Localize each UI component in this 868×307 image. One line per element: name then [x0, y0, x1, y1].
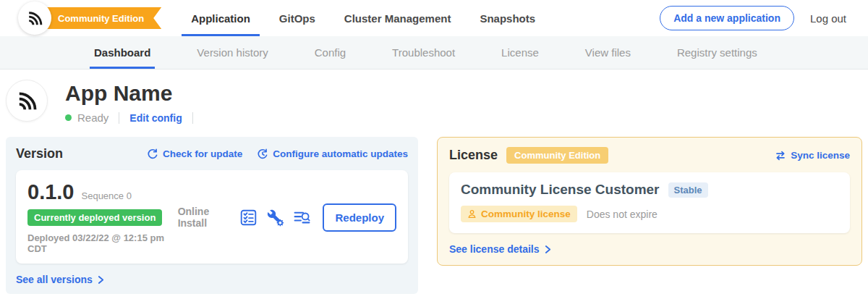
configure-auto-updates-link[interactable]: Configure automatic updates: [257, 148, 408, 160]
preflight-checks-icon[interactable]: [239, 209, 258, 227]
license-card-title: License: [449, 148, 498, 163]
current-version-panel: 0.1.0 Sequence 0 Currently deployed vers…: [16, 170, 408, 264]
license-edition-badge: Community Edition: [506, 147, 608, 164]
version-actions: Online Install: [178, 203, 396, 232]
license-card-head: License Community Edition Sync license: [449, 147, 850, 164]
app-subnav: Dashboard Version history Config Trouble…: [0, 36, 868, 70]
brand: Community Edition: [18, 0, 161, 36]
subnav-registry-settings-label: Registry settings: [677, 46, 757, 59]
license-customer-row: Community License Customer Stable: [461, 182, 838, 198]
license-expiry-label: Does not expire: [587, 209, 658, 220]
edition-ribbon-label: Community Edition: [58, 13, 144, 24]
subnav-dashboard-label: Dashboard: [94, 46, 150, 59]
subnav-license-label: License: [501, 46, 539, 59]
tab-cluster-management[interactable]: Cluster Management: [342, 0, 454, 36]
version-number: 0.1.0: [27, 180, 75, 204]
ready-status-dot: [65, 114, 72, 121]
see-license-details-link[interactable]: See license details: [449, 243, 551, 255]
auto-update-icon: [257, 148, 268, 160]
install-type-label: Online Install: [178, 206, 229, 229]
tab-snapshots-label: Snapshots: [480, 12, 535, 25]
app-header: App Name Ready Edit config: [0, 70, 868, 124]
see-all-versions-link[interactable]: See all versions: [16, 274, 104, 285]
version-card-actions: Check for update Configure automatic upd…: [147, 148, 408, 160]
channel-badge: Stable: [668, 182, 708, 198]
chevron-right-icon: [545, 245, 551, 254]
sync-license-link[interactable]: Sync license: [775, 150, 850, 161]
app-info: App Name Ready Edit config: [65, 80, 203, 124]
license-type-badge: Community license: [461, 206, 577, 222]
sync-icon: [775, 150, 786, 161]
page-title: App Name: [65, 81, 203, 106]
see-license-details-label: See license details: [449, 243, 540, 255]
tab-application[interactable]: Application: [189, 0, 252, 36]
subnav-troubleshoot-label: Troubleshoot: [392, 46, 455, 59]
subnav-config[interactable]: Config: [315, 36, 346, 69]
add-application-button[interactable]: Add a new application: [660, 6, 794, 30]
subnav-troubleshoot[interactable]: Troubleshoot: [392, 36, 455, 69]
dashboard-cards: Version Check for update Configure au: [0, 124, 868, 294]
license-card: License Community Edition Sync license C…: [437, 137, 862, 266]
license-type-label: Community license: [481, 209, 571, 219]
logout-button[interactable]: Log out: [810, 12, 846, 25]
deployed-status-badge: Currently deployed version: [27, 209, 162, 226]
redeploy-button[interactable]: Redeploy: [323, 203, 396, 232]
sync-license-label: Sync license: [791, 150, 850, 161]
top-header: Community Edition Application GitOps Clu…: [0, 0, 868, 36]
subnav-dashboard[interactable]: Dashboard: [94, 36, 150, 69]
tab-cluster-management-label: Cluster Management: [344, 12, 451, 25]
tab-gitops-label: GitOps: [279, 12, 315, 25]
check-for-update-link[interactable]: Check for update: [147, 148, 242, 160]
subnav-view-files-label: View files: [585, 46, 631, 59]
subnav-view-files[interactable]: View files: [585, 36, 631, 69]
version-details: 0.1.0 Sequence 0 Currently deployed vers…: [27, 180, 178, 254]
replicated-logo-icon: [18, 1, 51, 35]
license-details-panel: Community License Customer Stable Commun…: [449, 172, 850, 233]
divider: [119, 112, 119, 124]
person-icon: [467, 209, 477, 219]
chevron-right-icon: [98, 275, 104, 285]
subnav-version-history[interactable]: Version history: [197, 36, 268, 69]
top-nav: Application GitOps Cluster Management Sn…: [189, 0, 537, 36]
status-label: Ready: [77, 112, 109, 124]
license-type-row: Community license Does not expire: [461, 206, 838, 222]
divider: [192, 112, 193, 124]
version-number-row: 0.1.0 Sequence 0: [27, 180, 178, 204]
app-status-row: Ready Edit config: [65, 112, 203, 124]
release-notes-icon[interactable]: [293, 209, 311, 227]
config-tools-icon[interactable]: [266, 209, 284, 227]
version-card: Version Check for update Configure au: [6, 137, 418, 294]
tab-application-label: Application: [191, 12, 250, 25]
subnav-license[interactable]: License: [501, 36, 539, 69]
check-for-update-label: Check for update: [163, 148, 242, 159]
subnav-registry-settings[interactable]: Registry settings: [677, 36, 757, 69]
refresh-icon: [147, 148, 158, 160]
version-card-title: Version: [16, 146, 63, 161]
deployed-timestamp: Deployed 03/22/22 @ 12:15 pm CDT: [27, 232, 178, 254]
version-card-head: Version Check for update Configure au: [16, 146, 408, 161]
sequence-label: Sequence 0: [82, 190, 132, 201]
configure-auto-updates-label: Configure automatic updates: [273, 148, 408, 159]
tab-gitops[interactable]: GitOps: [277, 0, 318, 36]
subnav-version-history-label: Version history: [197, 46, 268, 59]
subnav-config-label: Config: [315, 46, 346, 59]
replicated-logo-icon: [14, 88, 39, 113]
edit-config-link[interactable]: Edit config: [129, 112, 182, 124]
edition-ribbon: Community Edition: [35, 7, 161, 29]
app-avatar: [6, 80, 48, 122]
customer-name: Community License Customer: [461, 182, 660, 198]
tab-snapshots[interactable]: Snapshots: [477, 0, 537, 36]
see-all-versions-label: See all versions: [16, 274, 93, 285]
license-card-title-group: License Community Edition: [449, 147, 608, 164]
